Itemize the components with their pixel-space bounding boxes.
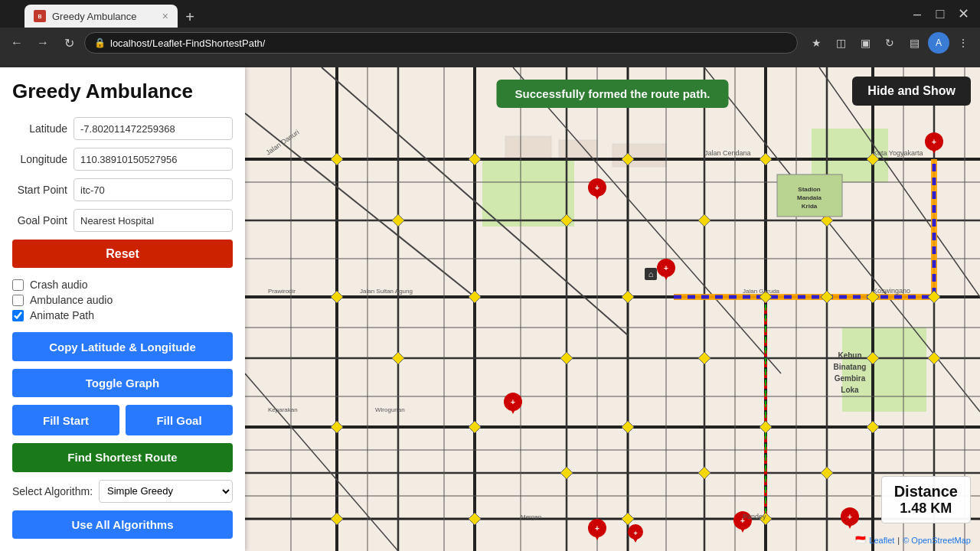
svg-text:+: + <box>511 398 515 406</box>
animate-path-row[interactable]: Animate Path <box>12 309 233 321</box>
minimize-button[interactable]: – <box>906 3 928 24</box>
sidebar: Greedy Ambulance Latitude Longitude Star… <box>0 67 245 551</box>
reset-button[interactable]: Reset <box>12 240 233 268</box>
tab-bar: B Greedy Ambulance × + <box>18 0 900 28</box>
address-bar-row: ← → ↻ 🔒 localhost/Leaflet-FindShortestPa… <box>0 28 980 58</box>
fill-goal-button[interactable]: Fill Goal <box>126 405 233 435</box>
svg-text:Kota Yogyakarta: Kota Yogyakarta <box>873 149 923 157</box>
fill-buttons-row: Fill Start Fill Goal <box>12 405 233 435</box>
title-bar: B Greedy Ambulance × + – □ ✕ <box>0 0 980 28</box>
lock-icon: 🔒 <box>94 37 106 48</box>
algorithm-select[interactable]: Simple Greedy Dijkstra A* BFS DFS <box>99 480 233 503</box>
svg-text:Mergan: Mergan <box>521 514 541 520</box>
close-window-button[interactable]: ✕ <box>952 3 974 24</box>
svg-text:Gembira: Gembira <box>835 374 866 383</box>
svg-text:Koswingano: Koswingano <box>873 287 910 295</box>
svg-text:Binatang: Binatang <box>834 363 867 371</box>
crash-audio-checkbox[interactable] <box>12 279 24 291</box>
flag-icon: 🇮🇩 <box>855 535 866 545</box>
main-area: Greedy Ambulance Latitude Longitude Star… <box>0 67 980 551</box>
svg-text:+: + <box>595 184 599 192</box>
svg-text:Jalan Sultan Agung: Jalan Sultan Agung <box>360 288 413 295</box>
map-area[interactable]: + + + + <box>245 67 980 551</box>
longitude-row: Longitude <box>12 148 233 171</box>
menu-button[interactable]: ⋮ <box>952 32 974 54</box>
copy-latlng-button[interactable]: Copy Latitude & Longitude <box>12 332 233 360</box>
svg-text:Krida: Krida <box>802 203 818 210</box>
svg-text:Jalan Garuda: Jalan Garuda <box>743 288 780 295</box>
osm-link[interactable]: © OpenStreetMap <box>903 536 971 545</box>
ambulance-audio-row[interactable]: Ambulance audio <box>12 294 233 306</box>
svg-text:+: + <box>633 530 637 537</box>
success-toast: Successfully formed the route path. <box>496 80 728 108</box>
map-svg: + + + + <box>245 67 980 551</box>
bookmark-button[interactable]: ★ <box>805 32 827 54</box>
start-point-label: Start Point <box>12 184 67 196</box>
start-point-row: Start Point <box>12 178 233 201</box>
svg-text:+: + <box>664 264 668 272</box>
latitude-row: Latitude <box>12 117 233 140</box>
latitude-label: Latitude <box>12 122 67 135</box>
animate-path-label: Animate Path <box>30 309 94 321</box>
svg-rect-3 <box>482 158 574 227</box>
fill-start-button[interactable]: Fill Start <box>12 405 119 435</box>
tab-title: Greedy Ambulance <box>52 11 137 22</box>
svg-rect-6 <box>505 136 551 159</box>
svg-text:Kebun: Kebun <box>838 351 861 360</box>
svg-text:Pandey: Pandey <box>743 513 766 520</box>
select-algo-label: Select Algorithm: <box>12 485 93 497</box>
svg-text:+: + <box>848 513 852 521</box>
svg-text:Keparakan: Keparakan <box>268 406 298 413</box>
refresh-btn2[interactable]: ↻ <box>879 32 900 54</box>
use-all-algorithms-button[interactable]: Use All Algorithms <box>12 510 233 539</box>
goal-point-row: Goal Point <box>12 209 233 232</box>
app-title: Greedy Ambulance <box>12 80 233 103</box>
svg-text:Loka: Loka <box>841 386 859 394</box>
distance-label: Distance <box>894 483 958 500</box>
reload-button[interactable]: ↻ <box>58 32 80 54</box>
find-shortest-route-button[interactable]: Find Shortest Route <box>12 443 233 471</box>
tab-search-button[interactable]: ◫ <box>830 32 851 54</box>
latitude-input[interactable] <box>74 117 233 140</box>
address-text: localhost/Leaflet-FindShortestPath/ <box>110 37 265 49</box>
toggle-graph-button[interactable]: Toggle Graph <box>12 369 233 397</box>
active-tab[interactable]: B Greedy Ambulance × <box>24 5 178 28</box>
svg-rect-8 <box>612 144 666 167</box>
longitude-input[interactable] <box>74 148 233 171</box>
device-button[interactable]: ▣ <box>854 32 876 54</box>
start-point-input[interactable] <box>74 178 233 201</box>
animate-path-checkbox[interactable] <box>12 310 24 321</box>
checkbox-group: Crash audio Ambulance audio Animate Path <box>12 276 233 324</box>
crash-audio-row[interactable]: Crash audio <box>12 279 233 291</box>
map-attribution: 🇮🇩 Leaflet | © OpenStreetMap <box>855 535 971 545</box>
svg-text:+: + <box>595 524 599 533</box>
ambulance-audio-checkbox[interactable] <box>12 295 24 306</box>
svg-text:Wirogunan: Wirogunan <box>375 406 405 413</box>
map-tile: + + + + <box>245 67 980 551</box>
tab-favicon: B <box>34 10 46 22</box>
svg-text:Stadion: Stadion <box>798 186 820 193</box>
extensions-button[interactable]: ▤ <box>903 32 925 54</box>
goal-point-input[interactable] <box>74 209 233 232</box>
new-tab-button[interactable]: + <box>179 6 201 28</box>
distance-value: 1.48 KM <box>894 500 958 517</box>
algorithm-row: Select Algorithm: Simple Greedy Dijkstra… <box>12 480 233 503</box>
hide-show-button[interactable]: Hide and Show <box>852 77 971 106</box>
goal-point-label: Goal Point <box>12 214 67 227</box>
profile-button[interactable]: A <box>928 32 949 54</box>
back-button[interactable]: ← <box>6 32 28 54</box>
leaflet-link[interactable]: Leaflet <box>869 536 894 545</box>
distance-box: Distance 1.48 KM <box>881 476 971 523</box>
browser-toolbar: ★ ◫ ▣ ↻ ▤ A ⋮ <box>805 32 974 54</box>
tab-close-btn[interactable]: × <box>162 10 168 22</box>
longitude-label: Longitude <box>12 153 67 165</box>
address-bar[interactable]: 🔒 localhost/Leaflet-FindShortestPath/ <box>84 32 798 54</box>
attribution-separator: | <box>897 536 900 545</box>
maximize-button[interactable]: □ <box>929 3 951 24</box>
browser-chrome: B Greedy Ambulance × + – □ ✕ ← → ↻ 🔒 loc… <box>0 0 980 67</box>
svg-text:B: B <box>38 14 41 19</box>
forward-button[interactable]: → <box>32 32 54 54</box>
svg-text:Mandala: Mandala <box>797 194 822 201</box>
ambulance-audio-label: Ambulance audio <box>30 294 113 306</box>
svg-text:Prawirodir: Prawirodir <box>268 288 296 295</box>
